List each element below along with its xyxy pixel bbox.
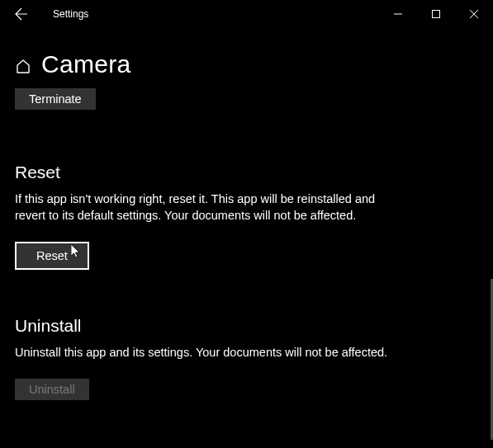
window-controls — [379, 0, 493, 27]
window-title: Settings — [53, 8, 88, 20]
reset-button[interactable]: Reset — [15, 242, 89, 270]
uninstall-description: Uninstall this app and its settings. You… — [15, 344, 403, 361]
reset-section: Reset If this app isn't working right, r… — [15, 163, 478, 270]
home-icon — [15, 58, 31, 74]
maximize-icon — [432, 10, 440, 18]
maximize-button[interactable] — [417, 0, 455, 27]
back-button[interactable] — [8, 1, 35, 27]
uninstall-heading: Uninstall — [15, 316, 478, 336]
minimize-icon — [394, 10, 402, 18]
minimize-button[interactable] — [379, 0, 417, 27]
uninstall-section: Uninstall Uninstall this app and its set… — [15, 316, 478, 400]
uninstall-button: Uninstall — [15, 379, 89, 400]
back-arrow-icon — [15, 7, 28, 21]
terminate-button[interactable]: Terminate — [15, 88, 96, 110]
reset-heading: Reset — [15, 163, 478, 182]
terminate-section: Terminate — [15, 88, 478, 110]
close-icon — [470, 10, 478, 18]
svg-rect-0 — [433, 10, 440, 17]
page-title: Camera — [41, 50, 131, 78]
page-header: Camera — [15, 40, 478, 88]
titlebar: Settings — [0, 0, 493, 27]
close-button[interactable] — [455, 0, 493, 27]
reset-description: If this app isn't working right, reset i… — [15, 191, 403, 224]
content-area: Camera Terminate Reset If this app isn't… — [0, 27, 493, 448]
